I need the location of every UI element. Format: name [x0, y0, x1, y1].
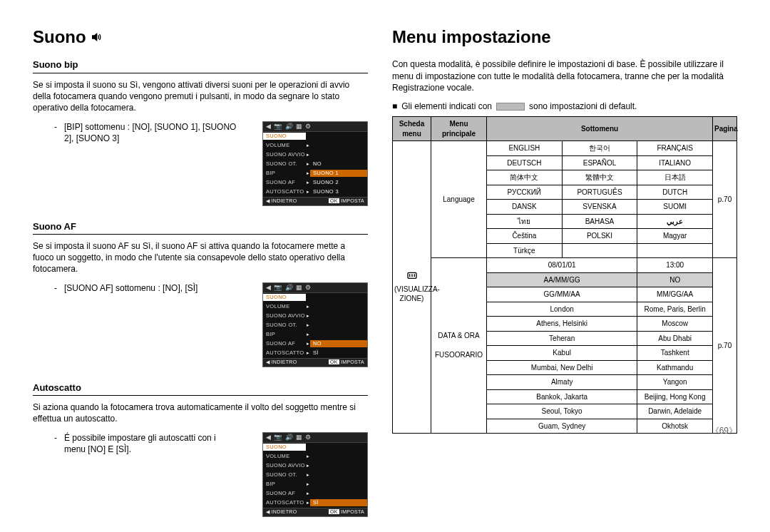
main-dateora: DATA & ORAFUSOORARIO [431, 258, 487, 434]
sound-heading: Suono [33, 26, 368, 48]
default-swatch-icon [496, 103, 525, 111]
af-submenu: -[SUONO AF] sottomenu : [NO], [SÌ] [54, 282, 197, 294]
display-icon [406, 270, 418, 282]
beep-desc: Se si imposta il suono su Sì, vengono at… [33, 79, 368, 114]
section-beep: Suono bip [33, 58, 368, 73]
af-desc: Se si imposta il suono AF su Sì, il suon… [33, 240, 368, 275]
section-selftimer: Autoscatto [33, 382, 368, 397]
lcd-screenshot-selftimer: ◀📷🔊▦⚙ SUONO VOLUME▸ SUONO AVVIO▸ SUONO O… [262, 432, 368, 517]
tab-display-cell: (VISUALIZZA- ZIONE) [393, 141, 431, 434]
settings-intro: Con questa modalità, è possibile definir… [392, 58, 737, 93]
settings-heading: Menu impostazione [392, 26, 737, 48]
th-sub: Sottomenu [487, 117, 713, 141]
default-note: ■ Gli elementi indicati con sono imposta… [392, 101, 737, 112]
selftimer-submenu: -É possibile impostare gli autoscatti co… [54, 432, 240, 455]
th-main: Menu principale [431, 117, 487, 141]
lcd-screenshot-beep: ◀📷🔊▦⚙ SUONO VOLUME▸ SUONO AVVIO▸ SUONO O… [262, 121, 368, 206]
speaker-icon [91, 26, 102, 48]
right-column: Menu impostazione Con questa modalità, è… [392, 26, 737, 434]
selftimer-desc: Si aziona quando la fotocamera trova aut… [33, 401, 368, 424]
page-ref-1: p.70 [713, 141, 737, 258]
lcd-screenshot-af: ◀📷🔊▦⚙ SUONO VOLUME▸ SUONO AVVIO▸ SUONO O… [262, 282, 368, 367]
page-ref-2: p.70 [713, 258, 737, 434]
page-number: 《69》 [711, 425, 737, 436]
sound-heading-text: Suono [33, 26, 86, 48]
th-tab: Scheda menu [393, 117, 431, 141]
section-af: Suono AF [33, 220, 368, 235]
main-language: Language [431, 141, 487, 258]
settings-table: Scheda menu Menu principale Sottomenu Pa… [392, 116, 737, 434]
th-page: Pagina [713, 117, 737, 141]
left-column: Suono Suono bip Se si imposta il suono s… [33, 26, 368, 521]
beep-submenu: -[BIP] sottomenu : [NO], [SUONO 1], [SUO… [54, 121, 240, 144]
